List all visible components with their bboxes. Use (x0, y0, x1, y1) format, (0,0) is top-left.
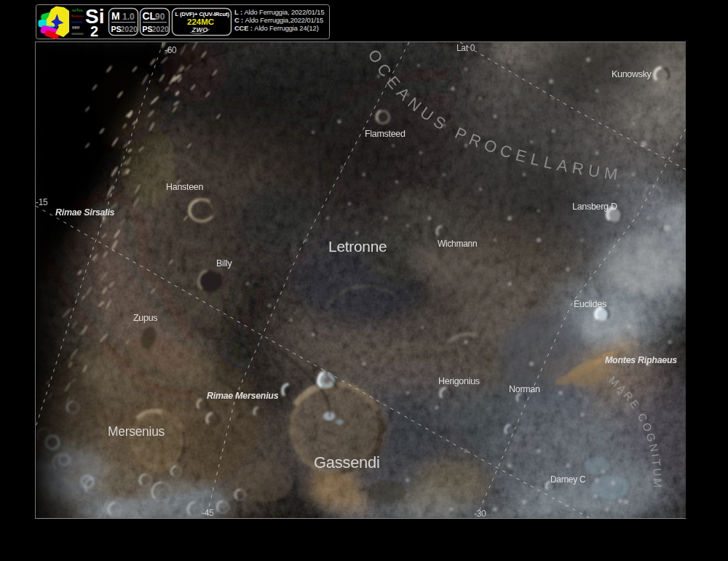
svg-text:Wichmann: Wichmann (438, 239, 477, 249)
svg-text:Hansteen: Hansteen (166, 182, 203, 192)
svg-text:Rimae Mersenius: Rimae Mersenius (207, 391, 279, 401)
svg-text:Lansberg D: Lansberg D (572, 202, 617, 212)
svg-text:PS: PS (111, 25, 122, 33)
svg-text:Zupus: Zupus (133, 313, 157, 323)
svg-text:-60: -60 (165, 45, 177, 55)
svg-text:Mersenius: Mersenius (108, 424, 165, 439)
svg-text:2: 2 (90, 23, 98, 39)
svg-text:Gassendi: Gassendi (314, 453, 380, 472)
svg-text:Euclides: Euclides (574, 299, 606, 309)
svg-text:ffffff: ffffff (72, 26, 79, 30)
svg-text:Herigonius: Herigonius (438, 376, 480, 386)
svg-text:CL: CL (143, 10, 157, 22)
svg-text:Montes Riphaeus: Montes Riphaeus (605, 355, 677, 365)
svg-text:ooooo: ooooo (71, 20, 82, 24)
svg-text:2020: 2020 (121, 25, 138, 33)
svg-text:1.0: 1.0 (122, 12, 135, 22)
svg-text:-ooooo-: -ooooo- (71, 32, 84, 36)
svg-text:Billy: Billy (216, 258, 232, 268)
svg-text:90: 90 (155, 12, 165, 22)
svg-text:Lat 0: Lat 0 (456, 43, 475, 53)
svg-text:Noooo: Noooo (71, 15, 83, 18)
svg-text:Letronne: Letronne (328, 238, 387, 255)
svg-text:ZWO: ZWO (191, 26, 208, 33)
svg-text:PS: PS (143, 25, 153, 33)
svg-text:Kunowsky: Kunowsky (612, 69, 652, 79)
svg-text:-30: -30 (474, 509, 486, 519)
svg-text:224MC: 224MC (187, 17, 214, 26)
svg-text:-45: -45 (202, 508, 214, 518)
svg-text:Flamsteed: Flamsteed (365, 129, 405, 139)
svg-text:C : Aldo Ferruggia,2022/01/15: C : Aldo Ferruggia,2022/01/15 (234, 17, 323, 24)
svg-text:M: M (111, 10, 120, 22)
svg-text:L (DVF)+ C(UV-IRcut): L (DVF)+ C(UV-IRcut) (175, 11, 230, 17)
svg-text:ooToo: ooToo (72, 9, 83, 12)
svg-text:Darney C: Darney C (550, 474, 586, 485)
svg-text:CCE : Aldo Ferruggia 24(12): CCE : Aldo Ferruggia 24(12) (234, 25, 319, 32)
svg-text:Rimae Sirsalis: Rimae Sirsalis (55, 207, 115, 218)
svg-text:L : Aldo Ferruggia, 2022/01/15: L : Aldo Ferruggia, 2022/01/15 (234, 9, 324, 16)
svg-text:-15: -15 (36, 197, 48, 207)
svg-text:Norman: Norman (509, 384, 540, 394)
svg-text:2020: 2020 (152, 25, 170, 33)
